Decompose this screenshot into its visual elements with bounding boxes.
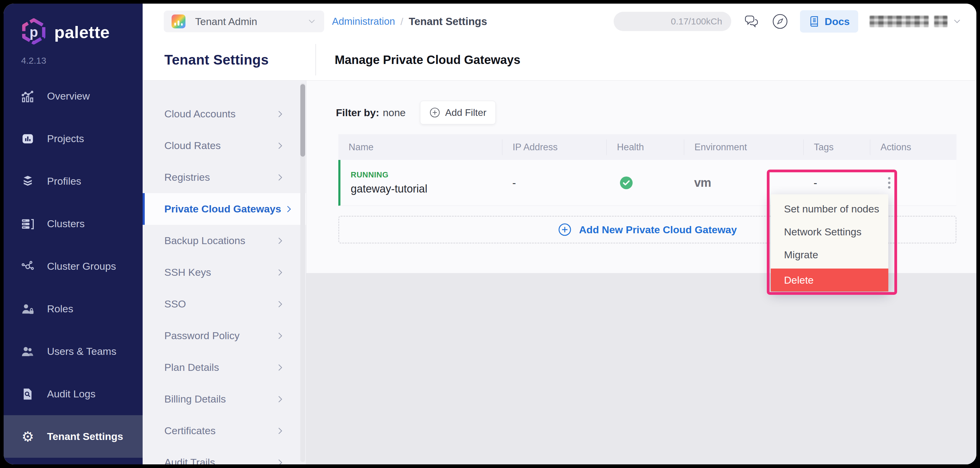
settings-nav-label: Cloud Rates	[164, 140, 221, 152]
sidebar-item-profiles[interactable]: Profiles	[4, 160, 143, 203]
sidebar-item-projects[interactable]: Projects	[4, 117, 143, 160]
breadcrumb-separator: /	[401, 16, 403, 27]
settings-title: Tenant Settings	[164, 51, 306, 68]
primary-nav: Overview Projects Profiles	[4, 75, 143, 458]
settings-nav-label: SSH Keys	[164, 267, 211, 278]
sidebar-item-label: Clusters	[47, 218, 85, 230]
scrollbar-thumb[interactable]	[300, 84, 305, 157]
settings-nav-label: Plan Details	[164, 361, 219, 373]
settings-nav-label: Audit Trails	[164, 457, 215, 464]
settings-nav-backup-locations[interactable]: Backup Locations	[143, 225, 306, 257]
table-header: Name IP Address Health Environment Tags …	[338, 134, 956, 160]
sidebar-item-roles[interactable]: Roles	[4, 288, 143, 330]
settings-nav-billing-details[interactable]: Billing Details	[143, 383, 306, 415]
chevron-right-icon	[277, 364, 284, 371]
users-icon	[21, 344, 35, 359]
tags-value: -	[813, 177, 817, 189]
redacted-username-suffix	[934, 16, 947, 27]
settings-nav-private-cloud-gateways[interactable]: Private Cloud Gateways	[143, 193, 306, 225]
gear-icon: ⚙	[21, 430, 35, 444]
docs-button[interactable]: Docs	[800, 10, 858, 33]
row-actions-menu: Set number of nodes Network Settings Mig…	[771, 194, 888, 291]
sidebar-item-overview[interactable]: Overview	[4, 75, 143, 117]
menu-item-delete[interactable]: Delete	[771, 268, 888, 291]
chevron-right-icon	[277, 174, 284, 181]
content: Cloud Accounts Cloud Rates Registries Pr…	[143, 81, 976, 464]
redacted-username	[870, 16, 929, 27]
main-panel: Filter by: none Add Filter Name IP Addre…	[306, 81, 976, 464]
sidebar-item-audit-logs[interactable]: Audit Logs	[4, 373, 143, 415]
column-header-name: Name	[338, 139, 502, 155]
settings-nav-plan-details[interactable]: Plan Details	[143, 351, 306, 383]
svg-text:p: p	[30, 24, 38, 40]
column-header-ip: IP Address	[502, 139, 606, 155]
settings-nav-registries[interactable]: Registries	[143, 161, 306, 193]
sidebar-item-label: Tenant Settings	[47, 431, 123, 442]
sidebar-item-label: Profiles	[47, 175, 81, 187]
column-header-tags: Tags	[803, 139, 870, 155]
chevron-right-icon	[277, 458, 284, 465]
breadcrumb-administration-link[interactable]: Administration	[332, 16, 395, 27]
menu-item-migrate[interactable]: Migrate	[771, 243, 888, 266]
sidebar-item-label: Audit Logs	[47, 388, 95, 400]
settings-title-area: Tenant Settings	[143, 51, 306, 68]
chevron-down-icon	[307, 18, 316, 24]
add-filter-label: Add Filter	[445, 107, 486, 118]
settings-nav-password-policy[interactable]: Password Policy	[143, 320, 306, 351]
settings-nav-label: Registries	[164, 171, 210, 183]
chevron-right-icon	[277, 237, 284, 245]
sidebar-item-tenant-settings[interactable]: ⚙ Tenant Settings	[4, 415, 143, 458]
settings-nav-ssh-keys[interactable]: SSH Keys	[143, 257, 306, 288]
plus-circle-icon	[430, 107, 440, 118]
settings-nav-cloud-rates[interactable]: Cloud Rates	[143, 130, 306, 161]
user-menu[interactable]	[870, 16, 961, 27]
chevron-right-icon	[277, 395, 284, 403]
sidebar-item-cluster-groups[interactable]: Cluster Groups	[4, 245, 143, 288]
page-title: Manage Private Cloud Gateways	[335, 53, 520, 67]
settings-nav-label: SSO	[164, 298, 186, 310]
chevron-right-icon	[277, 332, 284, 340]
chevron-right-icon	[286, 205, 293, 213]
projects-icon	[21, 131, 35, 146]
settings-nav-certificates[interactable]: Certificates	[143, 415, 306, 447]
gateway-name: gateway-tutorial	[351, 182, 427, 195]
breadcrumb: Administration / Tenant Settings	[332, 15, 487, 27]
scope-selector[interactable]: Tenant Admin	[164, 11, 324, 32]
settings-nav-cloud-accounts[interactable]: Cloud Accounts	[143, 98, 306, 130]
sidebar-item-label: Projects	[47, 133, 84, 145]
settings-nav: Cloud Accounts Cloud Rates Registries Pr…	[143, 81, 306, 464]
server-icon	[21, 217, 35, 231]
settings-nav-label: Password Policy	[164, 330, 239, 342]
app-window: p palette 4.2.13 Overview	[4, 4, 976, 464]
menu-item-network-settings[interactable]: Network Settings	[771, 220, 888, 243]
add-filter-button[interactable]: Add Filter	[420, 101, 496, 124]
filter-bar: Filter by: none Add Filter	[336, 101, 496, 125]
vmware-logo: vm	[694, 176, 711, 190]
breadcrumb-current: Tenant Settings	[409, 15, 487, 27]
status-badge: RUNNING	[351, 170, 389, 179]
settings-nav-label: Certificates	[164, 425, 216, 437]
settings-nav-label: Private Cloud Gateways	[164, 203, 281, 215]
explore-button[interactable]	[772, 13, 789, 30]
chat-button[interactable]	[743, 13, 760, 30]
settings-nav-audit-trails[interactable]: Audit Trails	[143, 447, 306, 464]
right-area: Tenant Admin Administration / Tenant Set…	[143, 4, 976, 464]
settings-nav-label: Backup Locations	[164, 235, 245, 246]
column-header-environment: Environment	[684, 139, 803, 155]
layers-icon	[21, 174, 35, 188]
ip-value: -	[512, 177, 516, 189]
chevron-right-icon	[277, 142, 284, 150]
settings-nav-sso[interactable]: SSO	[143, 288, 306, 320]
book-icon	[808, 16, 820, 27]
row-actions-kebab-icon[interactable]	[885, 174, 894, 192]
plus-circle-icon	[558, 223, 572, 236]
sidebar-item-users-teams[interactable]: Users & Teams	[4, 330, 143, 373]
sidebar-item-label: Cluster Groups	[47, 260, 116, 272]
health-ok-icon	[620, 176, 633, 190]
sidebar-item-label: Overview	[47, 90, 90, 102]
filter-value: none	[383, 107, 406, 118]
sidebar-item-clusters[interactable]: Clusters	[4, 203, 143, 245]
usage-badge: 0.17/100kCh	[614, 12, 731, 31]
menu-item-set-number-of-nodes[interactable]: Set number of nodes	[771, 197, 888, 220]
column-header-actions: Actions	[870, 139, 956, 155]
